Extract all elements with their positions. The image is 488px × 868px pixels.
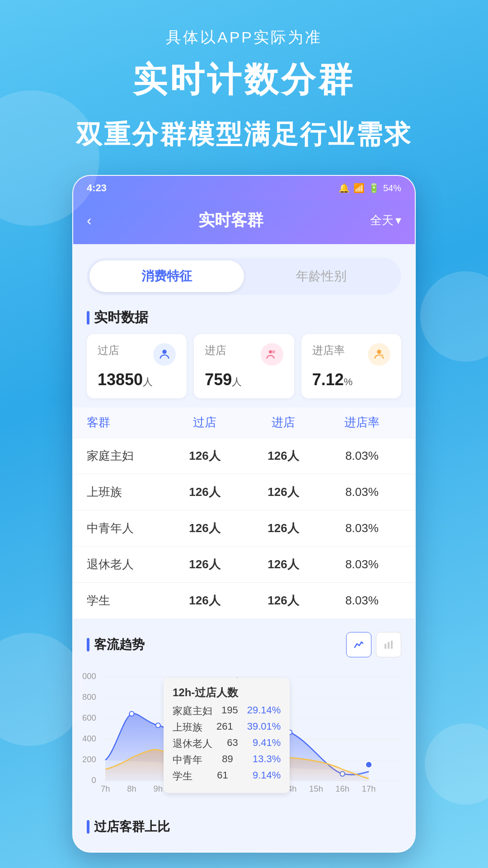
tooltip-name-3: 中青年 — [173, 753, 202, 767]
nav-title: 实时客群 — [198, 209, 263, 231]
row-guo-2: 126人 — [165, 520, 244, 536]
bar-chart-button[interactable] — [376, 632, 401, 657]
tooltip-name-1: 上班族 — [173, 721, 202, 734]
row-jin-4: 126人 — [244, 593, 323, 609]
tooltip-pct-3: 13.3% — [253, 753, 281, 767]
row-jin-0: 126人 — [244, 448, 323, 464]
stat-icon-rate — [368, 343, 390, 366]
content-area: 消费特征 年龄性别 实时数据 过店 — [73, 244, 415, 852]
stat-label-rate: 进店率 — [312, 343, 345, 358]
tab-switcher: 消费特征 年龄性别 — [87, 258, 401, 295]
svg-text:15h: 15h — [309, 784, 323, 793]
svg-text:0: 0 — [91, 775, 96, 785]
row-guo-0: 126人 — [165, 448, 244, 464]
svg-rect-6 — [388, 642, 389, 649]
col-header-jindian: 进店 — [244, 415, 323, 430]
col-header-rate: 进店率 — [323, 415, 401, 430]
trend-section-bar — [87, 638, 89, 651]
svg-text:400: 400 — [82, 734, 96, 743]
tooltip-val-3: 89 — [222, 753, 233, 767]
filter-label: 全天 — [370, 212, 394, 228]
tab-consume[interactable]: 消费特征 — [89, 260, 244, 292]
bottom-section-bar — [87, 820, 89, 834]
table-row: 中青年人 126人 126人 8.03% — [73, 510, 415, 546]
section-bar-icon — [87, 311, 89, 325]
status-bar: 4:23 🔔 📶 🔋 54% — [73, 176, 415, 200]
stat-label-jindian: 进店 — [205, 343, 226, 358]
svg-text:600: 600 — [82, 713, 96, 722]
tooltip-pct-1: 39.01% — [247, 721, 281, 734]
line-chart-button[interactable] — [346, 632, 371, 657]
svg-text:7h: 7h — [101, 784, 110, 793]
tooltip-name-0: 家庭主妇 — [173, 704, 212, 718]
stat-card-rate: 进店率 7.12% — [301, 334, 401, 398]
status-right: 🔔 📶 🔋 54% — [338, 183, 401, 193]
tooltip-val-1: 261 — [216, 721, 233, 734]
row-rate-4: 8.03% — [323, 594, 401, 608]
stat-card-guodian: 过店 13850人 — [87, 334, 187, 398]
svg-point-0 — [163, 350, 167, 354]
row-name-4: 学生 — [87, 593, 165, 609]
row-name-3: 退休老人 — [87, 557, 165, 572]
svg-rect-5 — [385, 644, 386, 649]
stat-value-rate: 7.12% — [312, 370, 390, 389]
svg-text:200: 200 — [82, 755, 96, 764]
row-guo-3: 126人 — [165, 557, 244, 572]
row-rate-3: 8.03% — [323, 557, 401, 571]
desc-title: 双重分群模型满足行业需求 — [76, 117, 412, 152]
data-table: 客群 过店 进店 进店率 家庭主妇 126人 126人 8.03% 上班族 12… — [73, 407, 415, 618]
back-button[interactable]: ‹ — [87, 212, 92, 229]
tooltip-pct-4: 9.14% — [253, 769, 281, 783]
bell-icon: 🔔 — [338, 183, 350, 193]
row-jin-3: 126人 — [244, 557, 323, 572]
col-header-kequn: 客群 — [87, 415, 165, 430]
table-row: 上班族 126人 126人 8.03% — [73, 474, 415, 510]
trend-section: 客流趋势 — [73, 618, 415, 843]
nav-bar: ‹ 实时客群 全天 ▾ — [73, 200, 415, 244]
tooltip-pct-2: 9.41% — [253, 737, 281, 750]
table-row: 退休老人 126人 126人 8.03% — [73, 546, 415, 582]
stat-value-jindian: 759人 — [205, 370, 283, 389]
svg-text:9h: 9h — [154, 784, 163, 793]
battery-pct: 54% — [383, 183, 401, 193]
tooltip-val-0: 195 — [221, 704, 238, 718]
svg-text:800: 800 — [82, 692, 96, 702]
tooltip-val-2: 63 — [227, 737, 238, 750]
svg-point-2 — [272, 350, 275, 354]
svg-point-37 — [366, 761, 372, 768]
table-row: 家庭主妇 126人 126人 8.03% — [73, 438, 415, 474]
row-rate-0: 8.03% — [323, 449, 401, 463]
chart-area: 1000 800 600 400 200 0 7h 8h 9 — [73, 665, 415, 811]
row-rate-1: 8.03% — [323, 485, 401, 499]
row-name-1: 上班族 — [87, 484, 165, 500]
stat-value-guodian: 13850人 — [98, 370, 176, 389]
col-header-guodian: 过店 — [165, 415, 244, 430]
tooltip-pct-0: 29.14% — [247, 704, 281, 718]
table-header: 客群 过店 进店 进店率 — [73, 407, 415, 438]
svg-point-3 — [377, 350, 381, 354]
svg-text:16h: 16h — [336, 784, 350, 793]
row-jin-2: 126人 — [244, 520, 323, 536]
chevron-down-icon: ▾ — [395, 213, 401, 227]
svg-point-31 — [129, 712, 134, 716]
svg-text:8h: 8h — [127, 784, 136, 793]
trend-icons — [346, 632, 401, 657]
tooltip-row-4: 学生 61 9.14% — [173, 769, 281, 783]
status-time: 4:23 — [87, 182, 107, 194]
svg-rect-7 — [391, 641, 393, 649]
main-title: 实时计数分群 — [133, 57, 355, 104]
chart-tooltip: 12h-过店人数 家庭主妇 195 29.14% 上班族 261 39.01% … — [164, 678, 290, 793]
row-guo-1: 126人 — [165, 484, 244, 500]
tab-age-gender[interactable]: 年龄性别 — [244, 260, 399, 292]
filter-button[interactable]: 全天 ▾ — [370, 212, 401, 228]
svg-point-32 — [156, 723, 160, 727]
tooltip-row-1: 上班族 261 39.01% — [173, 721, 281, 734]
svg-text:1000: 1000 — [82, 671, 96, 681]
realtime-section-title: 实时数据 — [73, 304, 415, 334]
stat-icon-jindian — [261, 343, 283, 366]
tooltip-name-4: 学生 — [173, 769, 192, 783]
stat-label-guodian: 过店 — [98, 343, 119, 358]
tooltip-val-4: 61 — [217, 769, 228, 783]
svg-point-1 — [269, 350, 272, 354]
subtitle-text: 具体以APP实际为准 — [166, 27, 322, 48]
